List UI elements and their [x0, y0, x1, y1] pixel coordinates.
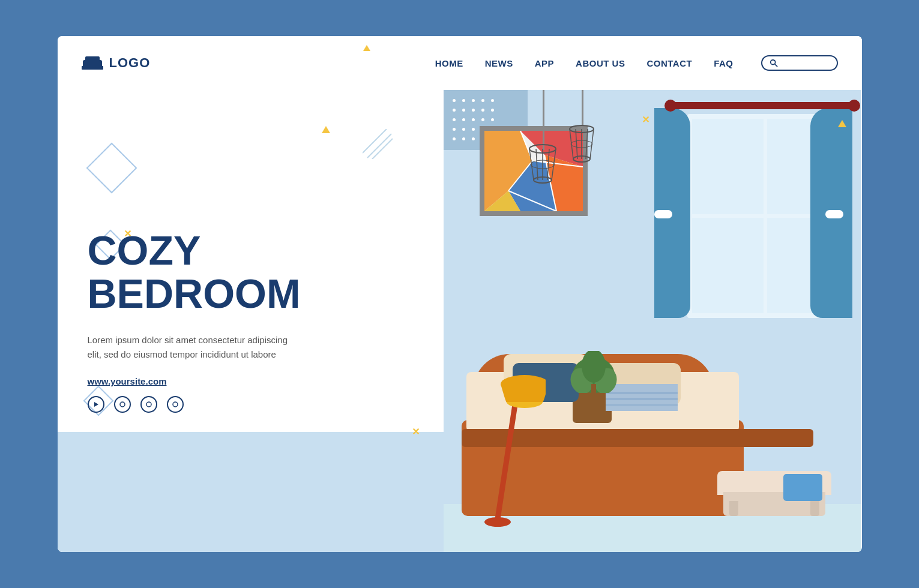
svg-rect-47 [591, 384, 596, 393]
pendant-lamp-wire-2 [543, 90, 544, 150]
svg-line-27 [547, 149, 549, 180]
nav-item-about[interactable]: ABOUT US [576, 58, 625, 68]
pendant-lamp-cage-1 [564, 123, 600, 165]
svg-point-4 [770, 60, 775, 65]
svg-line-16 [590, 129, 594, 159]
hero-description: Lorem ipsum dolor sit amet consectetur a… [88, 333, 292, 362]
left-content: COZY BEDROOM Lorem ipsum dolor sit amet … [88, 229, 414, 413]
svg-line-23 [529, 149, 534, 180]
bench-throw [783, 474, 822, 501]
svg-line-24 [552, 149, 556, 180]
floor-lamp [474, 351, 546, 531]
hero-title-line1: COZY [88, 227, 201, 273]
svg-line-18 [576, 129, 577, 159]
nav-item-contact[interactable]: CONTACT [646, 58, 692, 68]
svg-point-12 [173, 402, 178, 407]
social-play-button[interactable] [88, 396, 104, 413]
logo-area[interactable]: LOGO [82, 53, 151, 74]
curtain-left-tie [654, 210, 672, 218]
deco-lines [363, 129, 393, 159]
deco-triangle-right [838, 120, 846, 127]
svg-line-19 [586, 129, 588, 159]
search-input[interactable] [782, 59, 830, 67]
hero-title-line2: BEDROOM [88, 271, 301, 316]
curtain-rod [669, 102, 855, 109]
svg-marker-9 [94, 402, 98, 407]
nav-item-faq[interactable]: FAQ [714, 58, 733, 68]
logo-text: LOGO [109, 55, 151, 71]
svg-line-26 [536, 149, 538, 180]
svg-rect-2 [82, 66, 86, 70]
window-grid-vertical [764, 119, 767, 313]
deco-diamond-large-1 [86, 143, 137, 194]
right-panel: ✕ [444, 90, 862, 552]
website-url[interactable]: www.yoursite.com [88, 376, 414, 386]
header-triangle-deco [363, 45, 370, 51]
svg-rect-3 [98, 66, 103, 70]
nav-item-home[interactable]: HOME [435, 58, 463, 68]
main-nav: HOME NEWS APP ABOUT US CONTACT FAQ [435, 55, 838, 71]
search-box[interactable] [761, 55, 838, 71]
curtain-right-tie [825, 210, 843, 218]
svg-line-8 [372, 139, 393, 159]
hero-title: COZY BEDROOM [88, 229, 414, 315]
left-panel: ✕ ✕ COZY BEDROOM Lorem ipsum dolor sit a… [58, 90, 444, 552]
deco-x-right: ✕ [642, 114, 649, 125]
bench [717, 471, 831, 519]
deco-x-2: ✕ [412, 426, 420, 437]
logo-icon [82, 53, 103, 74]
svg-line-7 [367, 134, 391, 158]
left-panel-bg [58, 432, 444, 552]
page-card: LOGO HOME NEWS APP ABOUT US CONTACT FAQ [58, 36, 862, 552]
svg-line-15 [570, 129, 573, 159]
deco-triangle-1 [322, 126, 330, 133]
main-content: ✕ ✕ COZY BEDROOM Lorem ipsum dolor sit a… [58, 90, 862, 552]
social-circle-3[interactable] [167, 396, 184, 413]
nav-item-app[interactable]: APP [535, 58, 554, 68]
svg-line-5 [774, 64, 777, 67]
header: LOGO HOME NEWS APP ABOUT US CONTACT FAQ [58, 36, 862, 90]
svg-rect-1 [85, 56, 100, 61]
nav-item-news[interactable]: NEWS [485, 58, 513, 68]
social-icons [88, 396, 414, 413]
search-icon [770, 59, 778, 67]
svg-line-6 [363, 129, 387, 153]
svg-point-10 [120, 402, 125, 407]
plant [570, 351, 618, 393]
pendant-lamp-cage-2 [523, 143, 562, 186]
social-circle-2[interactable] [140, 396, 157, 413]
svg-point-11 [146, 402, 151, 407]
social-circle-1[interactable] [114, 396, 131, 413]
